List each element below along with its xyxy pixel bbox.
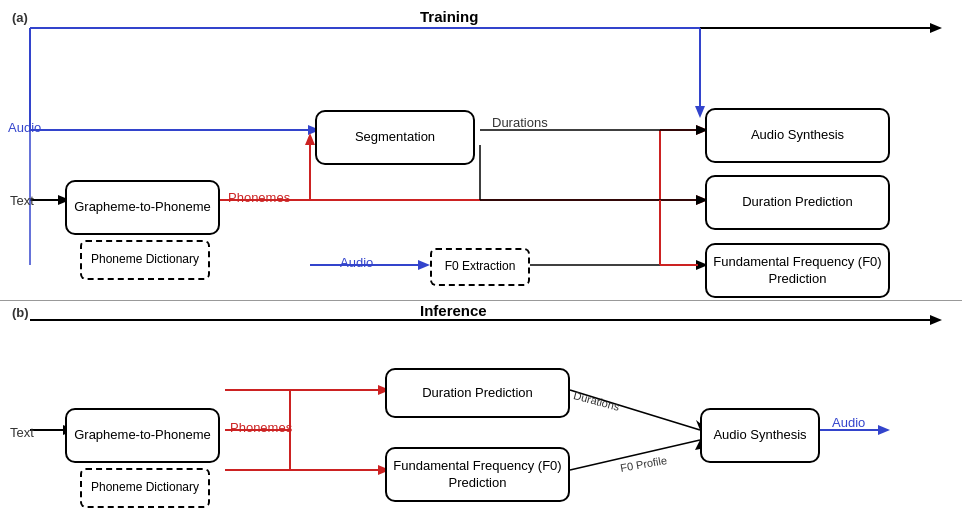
text-label-top: Text (10, 193, 34, 208)
phonemes-label-top: Phonemes (228, 190, 290, 205)
g2p-box-top: Grapheme-to-Phoneme (65, 180, 220, 235)
duration-pred-top: Duration Prediction (705, 175, 890, 230)
f0-profile-label: F0 Profile (619, 454, 667, 474)
training-label: Training (420, 8, 478, 25)
phonemes-label-bottom: Phonemes (230, 420, 292, 435)
label-b: (b) (12, 305, 29, 320)
svg-marker-25 (418, 260, 430, 270)
f0-pred-top: Fundamental Frequency (F0) Prediction (705, 243, 890, 298)
audio-label-top: Audio (8, 120, 41, 135)
durations-label-bottom: Durations (572, 389, 621, 413)
duration-pred-bottom: Duration Prediction (385, 368, 570, 418)
svg-marker-1 (930, 23, 942, 33)
section-divider (0, 300, 962, 301)
durations-label-top: Durations (492, 115, 548, 130)
audio-synthesis-bottom: Audio Synthesis (700, 408, 820, 463)
text-label-bottom: Text (10, 425, 34, 440)
audio-f0-label: Audio (340, 255, 373, 270)
f0-extraction-box: F0 Extraction (430, 248, 530, 286)
inference-label: Inference (420, 302, 487, 319)
segmentation-box: Segmentation (315, 110, 475, 165)
audio-synthesis-top: Audio Synthesis (705, 108, 890, 163)
f0-pred-bottom: Fundamental Frequency (F0) Prediction (385, 447, 570, 502)
phoneme-dict-bottom: Phoneme Dictionary (80, 468, 210, 508)
svg-marker-32 (930, 315, 942, 325)
audio-out-label: Audio (832, 415, 865, 430)
diagram: (a) (b) Training Inference Grapheme-to-P… (0, 0, 962, 520)
svg-marker-12 (305, 133, 315, 145)
phoneme-dict-top: Phoneme Dictionary (80, 240, 210, 280)
label-a: (a) (12, 10, 28, 25)
svg-marker-46 (878, 425, 890, 435)
g2p-box-bottom: Grapheme-to-Phoneme (65, 408, 220, 463)
svg-marker-7 (695, 106, 705, 118)
